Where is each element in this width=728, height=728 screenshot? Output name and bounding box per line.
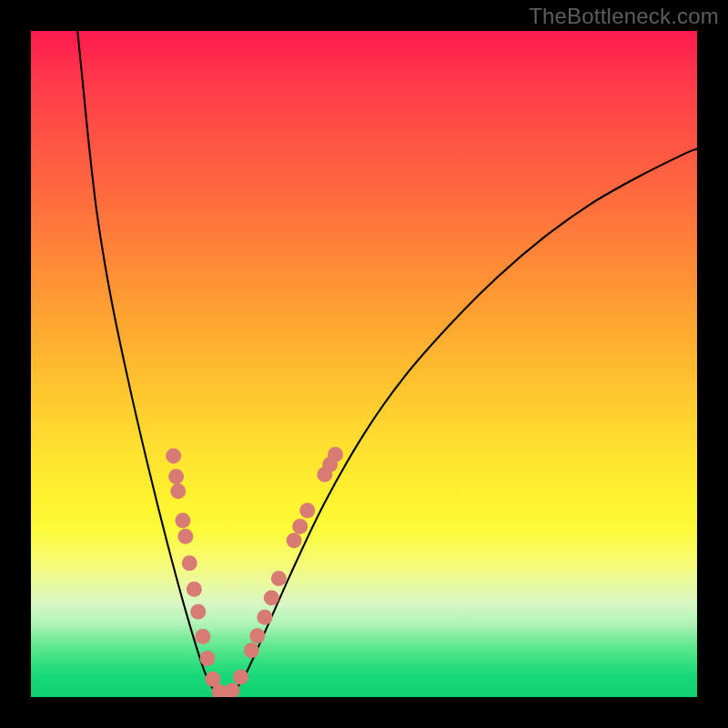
marker-dot [175, 513, 190, 529]
marker-dot [187, 581, 202, 597]
marker-dot [299, 503, 315, 519]
chart-svg [31, 31, 697, 697]
marker-dot [264, 590, 279, 605]
marker-dot [271, 571, 287, 586]
marker-dot [328, 447, 343, 462]
marker-dot [168, 469, 184, 484]
dots-layer [166, 447, 343, 697]
marker-dot [287, 532, 302, 548]
marker-dot [233, 670, 248, 685]
marker-dot [244, 642, 259, 658]
marker-dot [195, 629, 210, 644]
chart-plot-area [31, 31, 697, 697]
chart-frame: TheBottleneck.com [0, 0, 728, 728]
marker-dot [166, 449, 181, 464]
marker-dot [225, 682, 240, 697]
curve-layer [77, 31, 697, 697]
marker-dot [190, 604, 206, 620]
watermark-text: TheBottleneck.com [529, 4, 719, 29]
marker-dot [170, 483, 186, 499]
marker-dot [199, 651, 215, 666]
bottleneck-curve [77, 31, 697, 697]
marker-dot [257, 610, 272, 625]
marker-dot [177, 529, 193, 544]
marker-dot [182, 555, 197, 571]
marker-dot [292, 519, 308, 534]
marker-dot [249, 628, 265, 643]
